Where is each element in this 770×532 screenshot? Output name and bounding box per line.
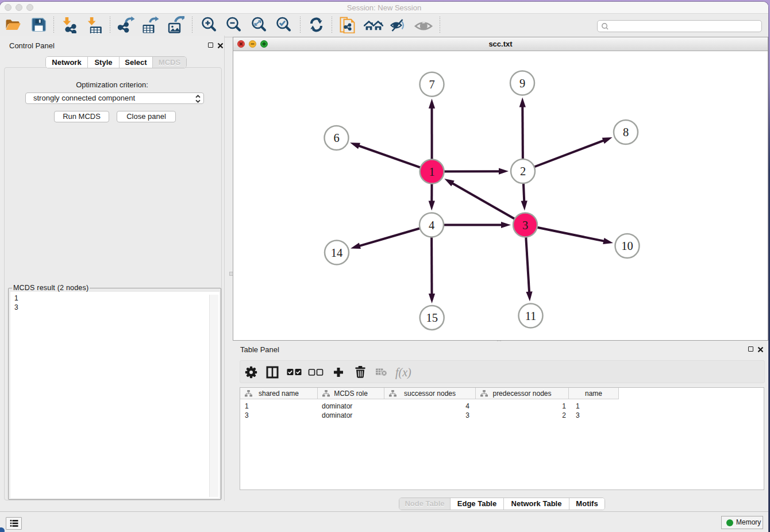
svg-text:3: 3 (522, 219, 528, 232)
svg-text:7: 7 (429, 78, 434, 91)
svg-text:2: 2 (520, 165, 526, 178)
svg-text:6: 6 (333, 132, 339, 144)
svg-text:14: 14 (331, 246, 343, 259)
svg-text:8: 8 (623, 126, 629, 138)
svg-text:15: 15 (426, 311, 438, 324)
svg-text:1: 1 (429, 165, 434, 178)
svg-text:10: 10 (621, 240, 633, 252)
svg-text:11: 11 (525, 310, 537, 322)
svg-text:f(x): f(x) (395, 366, 411, 379)
svg-text:4: 4 (429, 219, 434, 232)
svg-text:9: 9 (519, 77, 525, 90)
